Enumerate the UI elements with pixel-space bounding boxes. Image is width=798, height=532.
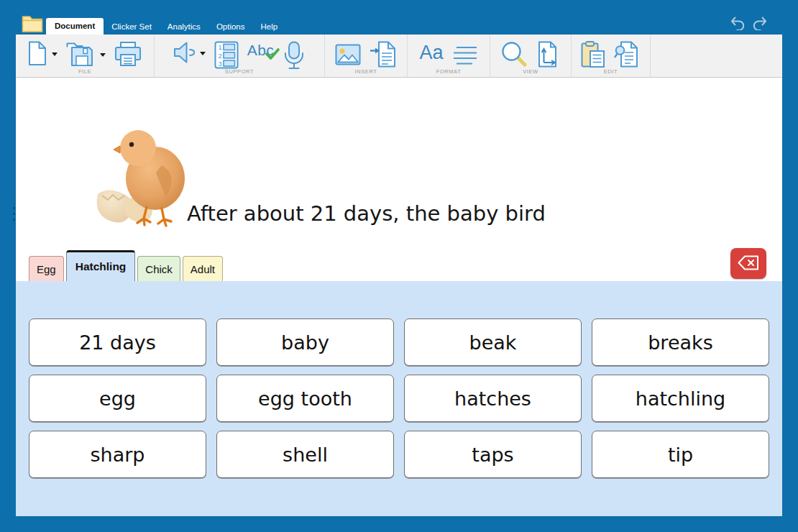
window-edge-grip bbox=[13, 207, 15, 209]
document-text[interactable]: After about 21 days, the baby bird bbox=[187, 201, 546, 226]
toolbar-group-edit: EDIT bbox=[572, 35, 651, 77]
window-edge-grip bbox=[13, 213, 15, 215]
redo-icon[interactable] bbox=[752, 17, 768, 30]
word-cell[interactable]: 21 days bbox=[29, 318, 206, 366]
find-button[interactable] bbox=[614, 41, 641, 68]
new-document-button[interactable] bbox=[28, 41, 58, 66]
toolbar-group-support: 1 2 3 Abc SUPPORT bbox=[155, 35, 325, 77]
history-buttons bbox=[730, 17, 768, 30]
group-label-file: FILE bbox=[16, 68, 154, 75]
menu-tab-document[interactable]: Document bbox=[46, 18, 104, 35]
word-cell[interactable]: sharp bbox=[29, 431, 206, 478]
toolbar-spacer bbox=[651, 35, 782, 77]
open-folder-icon[interactable] bbox=[22, 14, 43, 33]
word-bank-button[interactable]: 1 2 3 bbox=[214, 41, 239, 69]
word-cell[interactable]: taps bbox=[404, 431, 582, 478]
svg-text:1: 1 bbox=[218, 43, 221, 51]
insert-text-button[interactable] bbox=[370, 41, 397, 68]
page-setup-button[interactable] bbox=[536, 41, 560, 68]
group-label-format: FORMAT bbox=[408, 68, 490, 75]
speak-button[interactable] bbox=[173, 41, 206, 64]
svg-text:3: 3 bbox=[218, 60, 221, 68]
toolbar: FILE 1 2 3 Abc bbox=[16, 35, 782, 78]
menu-tab-analytics[interactable]: Analytics bbox=[160, 19, 208, 35]
backspace-icon bbox=[738, 255, 759, 272]
word-tab-egg[interactable]: Egg bbox=[29, 256, 64, 281]
font-aa-label: Aa bbox=[419, 43, 443, 63]
word-cell[interactable]: baby bbox=[216, 318, 394, 366]
new-document-dropdown-icon[interactable] bbox=[52, 52, 58, 59]
save-button[interactable] bbox=[66, 41, 106, 68]
word-cell[interactable]: beak bbox=[404, 318, 582, 366]
spellcheck-button[interactable]: Abc bbox=[247, 42, 275, 58]
toolbar-group-view: VIEW bbox=[490, 35, 572, 77]
word-cell[interactable]: egg tooth bbox=[216, 375, 394, 422]
undo-icon[interactable] bbox=[730, 17, 746, 30]
group-label-view: VIEW bbox=[490, 68, 571, 75]
word-tab-chick[interactable]: Chick bbox=[137, 256, 180, 281]
word-cell[interactable]: egg bbox=[29, 375, 206, 422]
print-button[interactable] bbox=[114, 41, 142, 67]
insert-picture-button[interactable] bbox=[335, 41, 361, 66]
menu-tab-help[interactable]: Help bbox=[253, 19, 286, 35]
word-cell[interactable]: hatches bbox=[404, 375, 582, 422]
word-cell[interactable]: tip bbox=[592, 431, 769, 478]
word-grid: 21 days baby beak breaks egg egg tooth h… bbox=[16, 281, 782, 516]
word-cell[interactable]: shell bbox=[216, 431, 394, 478]
word-tab-hatchling[interactable]: Hatchling bbox=[66, 250, 136, 281]
paragraph-button[interactable] bbox=[452, 41, 478, 67]
spellcheck-check-icon bbox=[265, 48, 280, 63]
menu-tab-options[interactable]: Options bbox=[208, 19, 253, 35]
word-cell[interactable]: breaks bbox=[592, 318, 769, 366]
group-label-edit: EDIT bbox=[572, 68, 650, 75]
chick-picture[interactable] bbox=[92, 121, 193, 230]
clicker-app-window: { "menu": { "items": [ { "label": "Docum… bbox=[0, 0, 798, 532]
zoom-button[interactable] bbox=[501, 41, 527, 68]
toolbar-group-format: Aa FORMAT bbox=[408, 35, 490, 77]
document-area[interactable]: After about 21 days, the baby bird Egg H… bbox=[16, 78, 782, 516]
speak-dropdown-icon[interactable] bbox=[200, 52, 206, 58]
toolbar-group-file: FILE bbox=[16, 35, 155, 77]
toolbar-group-insert: INSERT bbox=[325, 35, 408, 77]
group-label-support: SUPPORT bbox=[155, 68, 324, 75]
group-label-insert: INSERT bbox=[325, 68, 407, 75]
word-tab-adult[interactable]: Adult bbox=[183, 256, 223, 281]
paste-button[interactable] bbox=[581, 41, 605, 68]
save-dropdown-icon[interactable] bbox=[100, 53, 106, 60]
titlebar: Document Clicker Set Analytics Options H… bbox=[0, 0, 798, 35]
window-edge-grip bbox=[13, 219, 15, 221]
ribbon-menu: Document Clicker Set Analytics Options H… bbox=[46, 18, 285, 35]
word-cell[interactable]: hatchling bbox=[592, 375, 769, 422]
word-bank-tabs: Egg Hatchling Chick Adult bbox=[29, 250, 225, 281]
backspace-button[interactable] bbox=[730, 248, 766, 279]
svg-text:2: 2 bbox=[218, 52, 221, 60]
font-button[interactable]: Aa bbox=[419, 41, 443, 63]
menu-tab-clicker-set[interactable]: Clicker Set bbox=[104, 19, 160, 35]
record-microphone-button[interactable] bbox=[283, 41, 306, 70]
